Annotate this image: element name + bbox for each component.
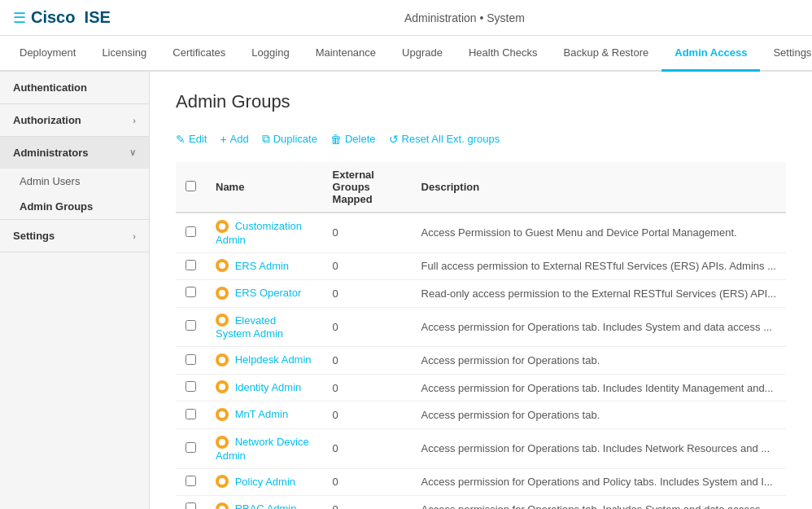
- logo: ☰ Cisco ISE: [13, 8, 111, 27]
- row-description-text: Access permission for Operations tab.: [421, 409, 600, 421]
- user-icon: [216, 259, 229, 272]
- sidebar-item-administrators[interactable]: Administrators ∨: [0, 137, 149, 169]
- row-name: MnT Admin: [206, 401, 323, 429]
- edit-label: Edit: [189, 133, 207, 145]
- row-name-link[interactable]: MnT Admin: [235, 408, 289, 420]
- hamburger-icon[interactable]: ☰: [13, 9, 26, 27]
- reset-label: Reset All Ext. groups: [402, 133, 500, 145]
- row-name-link[interactable]: Network Device Admin: [216, 436, 309, 462]
- row-name: Network Device Admin: [206, 428, 323, 468]
- row-description: Access permission for Operations tab.: [412, 401, 786, 429]
- add-button[interactable]: + Add: [220, 129, 248, 149]
- row-external-groups: 0: [323, 401, 412, 429]
- sidebar-label-authentication: Authentication: [13, 81, 87, 94]
- row-checkbox[interactable]: [186, 476, 196, 486]
- chevron-down-icon: ∨: [129, 147, 136, 158]
- tab-admin-access[interactable]: Admin Access: [661, 36, 760, 72]
- row-name-link[interactable]: Policy Admin: [235, 476, 295, 488]
- sidebar-section-authorization: Authorization ›: [0, 104, 149, 137]
- row-checkbox[interactable]: [186, 354, 196, 365]
- row-checkbox-cell: [176, 347, 206, 375]
- tab-upgrade[interactable]: Upgrade: [389, 36, 456, 72]
- row-name-link[interactable]: RBAC Admin: [235, 502, 297, 509]
- sidebar-item-admin-users[interactable]: Admin Users: [0, 169, 149, 194]
- tab-settings[interactable]: Settings: [760, 36, 812, 72]
- duplicate-label: Duplicate: [273, 133, 317, 145]
- table-header-row: Name External Groups Mapped Description: [176, 162, 786, 213]
- tab-maintenance[interactable]: Maintenance: [303, 36, 389, 72]
- table-row: Helpdesk Admin 0 Access permission for O…: [176, 347, 786, 375]
- row-description: Access permission for Operations tab. In…: [412, 374, 786, 401]
- row-name: Policy Admin: [206, 468, 323, 496]
- row-description: Read-only access permission to the Exter…: [412, 280, 786, 308]
- duplicate-icon: ⧉: [262, 132, 270, 146]
- edit-button[interactable]: ✎ Edit: [176, 129, 207, 149]
- secondary-nav: Deployment Licensing Certificates Loggin…: [0, 36, 812, 72]
- row-description-text: Access permission for Operations tab. In…: [421, 382, 774, 394]
- chevron-right-icon-settings: ›: [133, 231, 136, 241]
- tab-certificates[interactable]: Certificates: [159, 36, 238, 72]
- row-name: Elevated System Admin: [206, 307, 323, 347]
- table-row: Policy Admin 0 Access permission for Ope…: [176, 468, 786, 496]
- row-name-link[interactable]: Customization Admin: [216, 220, 302, 246]
- row-name-link[interactable]: Helpdesk Admin: [235, 353, 312, 366]
- row-name-link[interactable]: Identity Admin: [235, 381, 302, 393]
- row-name-link[interactable]: ERS Admin: [235, 260, 289, 272]
- delete-label: Delete: [345, 133, 376, 145]
- row-name-link[interactable]: ERS Operator: [235, 287, 302, 299]
- row-checkbox[interactable]: [186, 320, 196, 331]
- user-icon: [216, 502, 229, 509]
- row-checkbox[interactable]: [186, 442, 196, 453]
- row-description: Access permission for Operations tab. In…: [412, 496, 786, 509]
- delete-icon: 🗑: [330, 133, 342, 146]
- admin-groups-table: Name External Groups Mapped Description …: [176, 162, 786, 509]
- user-icon: [216, 220, 229, 233]
- row-checkbox[interactable]: [186, 381, 196, 392]
- top-bar: ☰ Cisco ISE Administration • System: [0, 0, 812, 36]
- row-checkbox[interactable]: [186, 260, 196, 270]
- delete-button[interactable]: 🗑 Delete: [330, 129, 376, 149]
- table-row: Network Device Admin 0 Access permission…: [176, 428, 786, 468]
- sidebar-item-admin-groups[interactable]: Admin Groups: [0, 194, 149, 219]
- sidebar-item-authorization[interactable]: Authorization ›: [0, 104, 149, 136]
- table-row: ERS Operator 0 Read-only access permissi…: [176, 280, 786, 308]
- row-description-text: Access permission for Operations and Pol…: [421, 476, 773, 488]
- sidebar-section-administrators: Administrators ∨ Admin Users Admin Group…: [0, 137, 149, 220]
- table-row: Identity Admin 0 Access permission for O…: [176, 374, 786, 401]
- row-checkbox[interactable]: [186, 287, 196, 297]
- row-checkbox[interactable]: [186, 226, 196, 237]
- tab-deployment[interactable]: Deployment: [7, 36, 89, 72]
- sidebar: Authentication Authorization › Administr…: [0, 72, 150, 509]
- row-name: Identity Admin: [206, 374, 323, 401]
- tab-health-checks[interactable]: Health Checks: [456, 36, 551, 72]
- row-checkbox-cell: [176, 496, 206, 509]
- row-checkbox-cell: [176, 374, 206, 401]
- select-all-checkbox[interactable]: [186, 181, 196, 191]
- row-checkbox[interactable]: [186, 502, 196, 509]
- reset-button[interactable]: ↺ Reset All Ext. groups: [389, 129, 500, 149]
- row-checkbox[interactable]: [186, 409, 196, 419]
- main-content: Admin Groups ✎ Edit + Add ⧉ Duplicate 🗑 …: [150, 72, 812, 509]
- header-checkbox-col: [176, 162, 206, 213]
- edit-icon: ✎: [176, 133, 186, 146]
- tab-backup-restore[interactable]: Backup & Restore: [551, 36, 662, 72]
- duplicate-button[interactable]: ⧉ Duplicate: [262, 129, 317, 149]
- tab-licensing[interactable]: Licensing: [89, 36, 159, 72]
- sidebar-item-settings[interactable]: Settings ›: [0, 220, 149, 252]
- sidebar-item-authentication[interactable]: Authentication: [0, 72, 149, 103]
- sidebar-label-authorization: Authorization: [13, 114, 81, 126]
- reset-icon: ↺: [389, 133, 399, 146]
- row-checkbox-cell: [176, 468, 206, 496]
- user-icon: [216, 408, 229, 421]
- toolbar: ✎ Edit + Add ⧉ Duplicate 🗑 Delete ↺ Rese…: [176, 129, 786, 149]
- row-description: Access permission for Operations tab. In…: [412, 307, 786, 347]
- logo-ise: ISE: [85, 8, 111, 26]
- row-external-groups: 0: [323, 252, 412, 280]
- user-icon: [216, 475, 229, 488]
- tab-logging[interactable]: Logging: [238, 36, 302, 72]
- row-external-groups: 0: [323, 307, 412, 347]
- row-description-text: Access permission for Operations tab. In…: [421, 503, 772, 509]
- table-row: Elevated System Admin 0 Access permissio…: [176, 307, 786, 347]
- row-description: Access Permission to Guest Menu and Devi…: [412, 213, 786, 252]
- table-body: Customization Admin 0 Access Permission …: [176, 213, 786, 509]
